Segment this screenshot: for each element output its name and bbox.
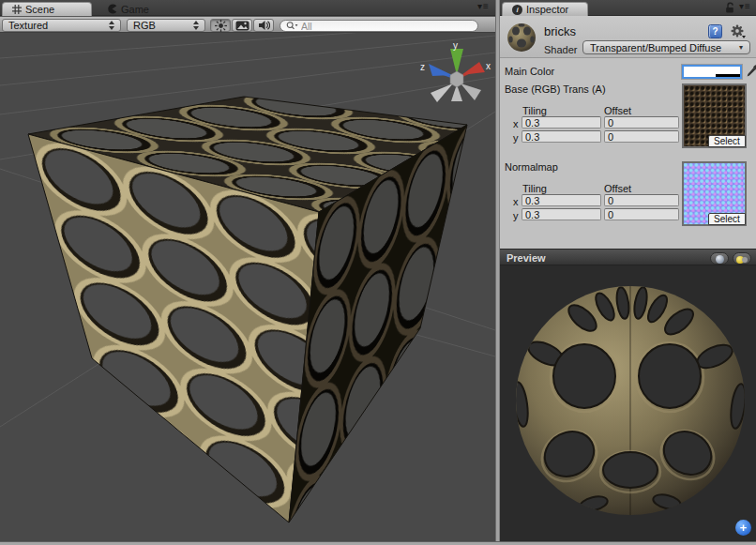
help-icon: ?	[712, 26, 718, 37]
scene-canvas: y x z	[0, 33, 495, 541]
stepper-icon	[193, 21, 199, 30]
gizmo-x-label: x	[486, 61, 491, 71]
normal-select-button[interactable]: Select	[708, 213, 746, 225]
sphere-icon	[716, 255, 724, 264]
game-icon	[107, 4, 117, 14]
gear-icon	[730, 24, 747, 39]
scene-grid-icon	[12, 5, 22, 14]
gizmo-center-cube[interactable]	[450, 71, 463, 87]
offset-header: Offset	[604, 105, 631, 116]
scene-search-field[interactable]	[280, 20, 478, 32]
gizmo-z-label: z	[420, 62, 425, 72]
preview-header[interactable]: Preview	[500, 249, 756, 265]
normal-tiling-x-input[interactable]	[522, 194, 601, 206]
base-select-button[interactable]: Select	[708, 135, 746, 147]
preview-light-button[interactable]	[733, 252, 751, 265]
base-x-label: x	[513, 118, 519, 129]
main-color-swatch[interactable]	[682, 65, 742, 79]
shader-value: Transparent/Bumped Diffuse	[590, 42, 739, 53]
scene-panel: Scene Game ▾≡ Textured RGB	[0, 0, 495, 541]
alpha-bar	[716, 74, 740, 77]
normal-y-label: y	[513, 210, 519, 221]
inspector-panel: i Inspector ▾≡	[500, 0, 756, 541]
gizmo-neg-axis[interactable]	[461, 83, 481, 100]
lighting-toggle-button[interactable]	[210, 19, 231, 32]
unity-editor-window: Scene Game ▾≡ Textured RGB	[0, 0, 756, 545]
preview-sphere	[500, 265, 756, 541]
gizmo-y-label: y	[453, 40, 458, 51]
chevron-down-icon: ▾	[739, 43, 743, 52]
scene-tabbar: Scene Game ▾≡	[0, 0, 495, 16]
base-section-title: Base (RGB) Trans (A)	[505, 83, 606, 95]
normal-tiling-y-input[interactable]	[522, 208, 601, 220]
normal-section-title: Normalmap	[505, 161, 558, 173]
light-off-icon	[742, 257, 748, 263]
lock-open-icon[interactable]	[725, 2, 735, 14]
gizmo-z-axis[interactable]	[429, 64, 452, 76]
material-name: bricks	[544, 24, 576, 38]
material-preview-area[interactable]: +	[500, 265, 756, 541]
effects-toggle-button[interactable]	[232, 19, 252, 32]
render-mode-value: Textured	[8, 20, 103, 31]
scene-viewport[interactable]: y x z	[0, 33, 495, 541]
inspector-panel-menu-icon[interactable]: ▾≡	[739, 1, 751, 11]
inspector-tabbar: i Inspector ▾≡	[500, 0, 756, 16]
settings-button[interactable]	[730, 24, 747, 39]
base-texture-thumbnail[interactable]: Select	[682, 83, 747, 148]
normal-offset-x-input[interactable]	[604, 194, 679, 206]
tab-game[interactable]: Game	[98, 2, 163, 16]
material-header: bricks Shader Transparent/Bumped Diffuse…	[500, 16, 756, 58]
scene-panel-menu-icon[interactable]: ▾≡	[477, 1, 490, 11]
preview-title: Preview	[507, 252, 546, 264]
material-properties: Main Color Base (RGB) Trans (A) Select T…	[500, 58, 756, 249]
tiling-header: Tiling	[522, 183, 547, 194]
sun-icon	[215, 20, 227, 32]
stepper-icon	[109, 21, 114, 30]
tab-scene[interactable]: Scene	[2, 2, 92, 16]
help-button[interactable]: ?	[708, 24, 722, 38]
window-bottom-edge	[0, 541, 756, 545]
main-color-label: Main Color	[505, 66, 554, 77]
add-button[interactable]: +	[735, 520, 751, 536]
base-tiling-x-input[interactable]	[522, 116, 601, 129]
audio-toggle-button[interactable]	[253, 19, 274, 32]
info-icon: i	[512, 5, 522, 15]
normalmap-texture-thumbnail[interactable]: Select	[682, 161, 747, 226]
shader-label: Shader	[544, 44, 577, 55]
gizmo-x-axis[interactable]	[461, 62, 485, 75]
normal-x-label: x	[513, 196, 519, 207]
tab-game-label: Game	[121, 4, 149, 15]
tiling-header: Tiling	[522, 105, 547, 116]
speaker-icon	[258, 20, 270, 31]
shader-dropdown[interactable]: Transparent/Bumped Diffuse ▾	[582, 40, 750, 54]
tab-inspector-label: Inspector	[526, 4, 568, 15]
material-preview-thumbnail	[506, 22, 537, 53]
orientation-gizmo[interactable]: y x z	[420, 40, 491, 102]
tab-inspector[interactable]: i Inspector	[502, 2, 588, 16]
offset-header: Offset	[604, 183, 631, 194]
search-icon	[286, 21, 298, 31]
image-icon	[235, 21, 249, 31]
base-offset-y-input[interactable]	[604, 130, 679, 143]
eyedropper-icon[interactable]	[746, 64, 756, 79]
normal-offset-y-input[interactable]	[604, 208, 679, 220]
base-offset-x-input[interactable]	[604, 116, 679, 129]
scene-toolbar: Textured RGB	[0, 16, 495, 33]
base-y-label: y	[513, 132, 519, 144]
base-tiling-y-input[interactable]	[522, 130, 601, 143]
tab-scene-label: Scene	[25, 4, 54, 15]
color-channel-value: RGB	[133, 20, 188, 31]
render-mode-dropdown[interactable]: Textured	[2, 19, 121, 32]
scene-search-input[interactable]	[301, 21, 472, 32]
scene-cube[interactable]	[28, 97, 467, 522]
color-channel-dropdown[interactable]: RGB	[127, 19, 205, 32]
preview-mesh-button[interactable]	[710, 252, 729, 265]
